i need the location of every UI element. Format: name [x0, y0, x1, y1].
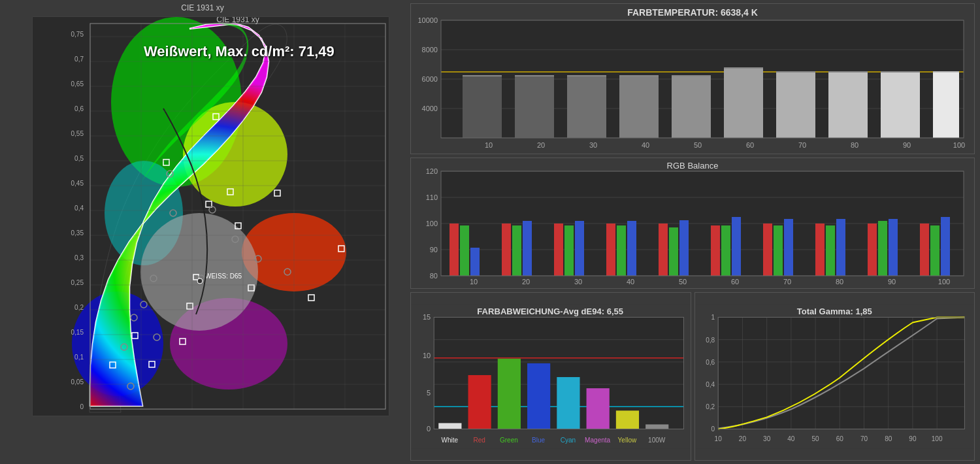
- cie-diagram: 0 0,1 0,2 0,3 0,4 0,5 0,6 0 0,05 0,1 0,1…: [3, 14, 402, 452]
- svg-text:0,5: 0,5: [339, 417, 349, 425]
- right-panel: FARBTEMPERATUR: 6638,4 K 10000 8000 6000…: [405, 0, 980, 464]
- svg-rect-200: [512, 225, 521, 276]
- svg-rect-171: [933, 71, 959, 73]
- svg-text:80: 80: [430, 272, 438, 280]
- svg-point-102: [197, 278, 203, 284]
- svg-rect-159: [619, 75, 659, 76]
- svg-text:0,25: 0,25: [71, 279, 84, 286]
- svg-text:90: 90: [888, 278, 896, 286]
- svg-text:Weißwert, Max. cd/m²: 71,49: Weißwert, Max. cd/m²: 71,49: [144, 43, 335, 59]
- svg-text:100: 100: [931, 435, 942, 442]
- svg-rect-156: [567, 76, 606, 138]
- svg-rect-154: [515, 76, 554, 138]
- svg-text:0: 0: [88, 417, 92, 425]
- svg-rect-216: [784, 219, 793, 276]
- svg-rect-198: [470, 248, 480, 276]
- svg-text:4000: 4000: [422, 105, 438, 112]
- svg-rect-167: [828, 71, 868, 73]
- svg-text:6000: 6000: [422, 75, 438, 83]
- svg-text:10: 10: [485, 141, 493, 149]
- svg-text:90: 90: [909, 435, 917, 442]
- svg-rect-202: [554, 224, 563, 276]
- svg-text:40: 40: [787, 435, 795, 442]
- svg-rect-261: [718, 317, 964, 429]
- svg-text:30: 30: [574, 278, 582, 286]
- svg-rect-244: [498, 359, 521, 429]
- svg-text:0,6: 0,6: [382, 417, 392, 425]
- svg-text:0,45: 0,45: [71, 180, 84, 187]
- svg-rect-201: [523, 221, 532, 276]
- svg-text:1: 1: [711, 314, 715, 321]
- svg-text:Blue: Blue: [532, 437, 546, 444]
- svg-rect-157: [567, 75, 606, 76]
- svg-text:0,05: 0,05: [71, 378, 84, 386]
- svg-text:10: 10: [714, 435, 722, 442]
- svg-text:FARBTEMPERATUR: 6638,4 K: FARBTEMPERATUR: 6638,4 K: [627, 7, 758, 18]
- svg-text:White: White: [442, 437, 459, 444]
- svg-text:Cyan: Cyan: [561, 437, 576, 444]
- svg-text:60: 60: [731, 278, 739, 286]
- svg-text:60: 60: [746, 141, 754, 149]
- svg-text:0,65: 0,65: [71, 80, 84, 88]
- svg-text:20: 20: [522, 278, 530, 286]
- svg-text:50: 50: [811, 435, 819, 442]
- svg-text:100: 100: [953, 141, 965, 149]
- svg-text:10: 10: [423, 352, 431, 359]
- svg-rect-249: [645, 424, 668, 429]
- main-container: CIE 1931 xy: [0, 0, 980, 464]
- left-panel: CIE 1931 xy: [0, 0, 405, 464]
- svg-rect-199: [502, 224, 511, 276]
- svg-rect-204: [575, 221, 584, 276]
- svg-text:0: 0: [80, 403, 84, 410]
- svg-text:Green: Green: [500, 437, 518, 444]
- svg-text:100: 100: [938, 278, 950, 286]
- svg-text:70: 70: [860, 435, 868, 442]
- svg-rect-163: [724, 67, 763, 69]
- svg-text:8000: 8000: [422, 46, 438, 54]
- svg-text:WEISS: D65: WEISS: D65: [205, 273, 242, 280]
- svg-rect-205: [606, 224, 615, 276]
- farbabweichung-chart: FARBABWEICHUNG-Avg dE94: 6,55: [410, 292, 691, 461]
- svg-rect-161: [672, 75, 711, 76]
- svg-text:0,6: 0,6: [74, 105, 84, 112]
- svg-rect-215: [774, 225, 783, 276]
- svg-text:0,3: 0,3: [74, 254, 84, 261]
- svg-rect-166: [828, 72, 868, 138]
- bottom-charts: FARBABWEICHUNG-Avg dE94: 6,55: [410, 292, 975, 461]
- svg-rect-224: [930, 225, 939, 276]
- svg-rect-160: [672, 76, 711, 138]
- svg-point-46: [140, 213, 258, 331]
- svg-rect-223: [920, 224, 929, 276]
- total-gamma-chart: Total Gamma: 1,85: [694, 292, 975, 461]
- svg-rect-219: [836, 219, 845, 276]
- svg-rect-207: [627, 221, 636, 276]
- svg-rect-217: [815, 224, 825, 276]
- svg-rect-225: [941, 217, 950, 276]
- svg-text:100W: 100W: [648, 437, 666, 444]
- farbtemperatur-chart: FARBTEMPERATUR: 6638,4 K 10000 8000 6000…: [410, 3, 975, 154]
- svg-text:0,4: 0,4: [288, 417, 298, 425]
- svg-text:FARBABWEICHUNG-Avg dE94: 6,55: FARBABWEICHUNG-Avg dE94: 6,55: [477, 307, 623, 316]
- svg-rect-158: [619, 76, 659, 138]
- svg-text:80: 80: [836, 278, 843, 286]
- cie-title: CIE 1931 xy: [3, 3, 402, 12]
- svg-text:0,2: 0,2: [186, 417, 196, 425]
- svg-rect-152: [463, 76, 502, 138]
- svg-rect-210: [679, 220, 689, 276]
- svg-rect-214: [763, 224, 772, 276]
- svg-rect-196: [449, 224, 459, 276]
- svg-text:60: 60: [836, 435, 843, 442]
- svg-text:20: 20: [537, 141, 545, 149]
- svg-text:30: 30: [763, 435, 771, 442]
- svg-text:0: 0: [427, 425, 431, 433]
- svg-text:0,8: 0,8: [706, 337, 715, 344]
- svg-text:110: 110: [426, 193, 438, 201]
- svg-text:Yellow: Yellow: [618, 437, 637, 444]
- svg-text:70: 70: [783, 278, 791, 286]
- svg-text:10: 10: [470, 278, 478, 286]
- rgb-balance-chart: RGB Balance 120 110 100 90 80: [410, 157, 975, 289]
- svg-rect-208: [659, 224, 668, 276]
- svg-text:0,2: 0,2: [706, 403, 715, 410]
- svg-text:120: 120: [426, 167, 438, 175]
- svg-text:0,35: 0,35: [71, 229, 84, 237]
